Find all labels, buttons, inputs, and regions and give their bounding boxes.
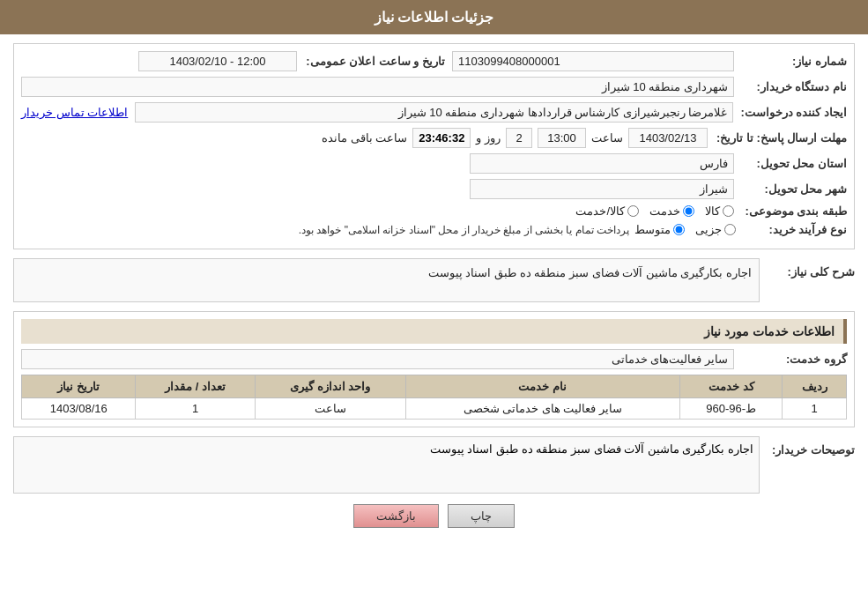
category-radio-kala-khedmat[interactable] [627, 205, 639, 217]
buyer-desc-section: توصیحات خریدار: [13, 436, 855, 494]
remaining-time-label: ساعت باقی مانده [322, 131, 407, 145]
category-label: طبقه بندی موضوعی: [741, 204, 847, 218]
category-radio-khedmat[interactable] [683, 205, 694, 217]
service-group-value: سایر فعالیت‌های خدماتی [21, 349, 734, 369]
table-cell: 1403/08/16 [22, 398, 136, 420]
buyer-desc-label: توصیحات خریدار: [767, 436, 855, 457]
response-time-value: 13:00 [538, 128, 586, 148]
need-number-value: 1103099408000001 [452, 51, 734, 71]
response-days-value: 2 [506, 128, 532, 148]
service-group-row: گروه خدمت: سایر فعالیت‌های خدماتی [21, 349, 847, 369]
creator-row: ایجاد کننده درخواست: غلامرضا رنجبرشیرازی… [21, 102, 847, 123]
response-deadline-row: مهلت ارسال پاسخ: تا تاریخ: 1403/02/13 سا… [21, 128, 847, 148]
time-row: 1403/02/13 ساعت 13:00 2 روز و 23:46:32 س… [21, 128, 708, 148]
col-row: ردیف [783, 375, 847, 398]
creator-label: ایجاد کننده درخواست: [740, 106, 847, 119]
category-option-kala-khedmat[interactable]: کالا/خدمت [575, 204, 639, 218]
process-motavaset-label: متوسط [634, 223, 671, 236]
need-desc-label: شرح کلی نیاز: [767, 258, 855, 279]
process-label: نوع فرآیند خرید: [741, 223, 847, 236]
city-label: شهر محل تحویل: [741, 182, 847, 196]
table-cell: ط-96-960 [679, 398, 782, 420]
process-jozi-label: جزیی [695, 223, 722, 236]
creator-value: غلامرضا رنجبرشیرازی کارشناس قراردادها شه… [135, 102, 733, 123]
page-header: جزئیات اطلاعات نیاز [0, 0, 868, 34]
process-note: پرداخت تمام یا بخشی از مبلغ خریدار از مح… [299, 224, 629, 236]
process-option-motavaset[interactable]: متوسط [634, 223, 685, 236]
response-days-label: روز و [476, 131, 501, 145]
category-option-kala[interactable]: کالا [705, 204, 734, 218]
main-form-section: شماره نیاز: 1103099408000001 تاریخ و ساع… [13, 43, 855, 249]
category-row: طبقه بندی موضوعی: کالا خدمت کالا/خدمت [21, 204, 847, 218]
buyer-org-label: نام دستگاه خریدار: [741, 80, 847, 93]
col-unit: واحد اندازه گیری [255, 375, 405, 398]
process-type-row: نوع فرآیند خرید: جزیی متوسط پرداخت تمام … [21, 223, 847, 236]
city-value: شیراز [470, 179, 734, 199]
print-button[interactable]: چاپ [448, 504, 515, 528]
category-khedmat-label: خدمت [649, 204, 680, 218]
category-radio-group: کالا خدمت کالا/خدمت [575, 204, 734, 218]
services-section: اطلاعات خدمات مورد نیاز گروه خدمت: سایر … [13, 311, 855, 427]
service-group-label: گروه خدمت: [741, 353, 847, 366]
need-desc-section: شرح کلی نیاز: اجاره بکارگیری ماشین آلات … [13, 258, 855, 302]
contact-link[interactable]: اطلاعات تماس خریدار [21, 106, 128, 119]
buttons-row: چاپ بازگشت [13, 504, 855, 528]
category-option-khedmat[interactable]: خدمت [649, 204, 694, 218]
province-value: فارس [470, 153, 734, 174]
need-desc-value: اجاره بکارگیری ماشین آلات فضای سبز منطقه… [13, 258, 760, 302]
table-cell: 1 [136, 398, 255, 420]
table-cell: سایر فعالیت های خدماتی شخصی [405, 398, 679, 420]
need-number-label: شماره نیاز: [741, 55, 847, 68]
col-date: تاریخ نیاز [22, 375, 136, 398]
page-title: جزئیات اطلاعات نیاز [375, 10, 494, 25]
process-option-jozi[interactable]: جزیی [695, 223, 736, 236]
response-deadline-label: مهلت ارسال پاسخ: تا تاریخ: [715, 131, 847, 145]
col-qty: تعداد / مقدار [136, 375, 255, 398]
table-row: 1ط-96-960سایر فعالیت های خدماتی شخصیساعت… [22, 398, 847, 420]
province-label: استان محل تحویل: [741, 157, 847, 170]
table-cell: 1 [783, 398, 847, 420]
col-name: نام خدمت [405, 375, 679, 398]
table-cell: ساعت [255, 398, 405, 420]
process-radio-jozi[interactable] [724, 224, 736, 235]
buyer-org-row: نام دستگاه خریدار: شهرداری منطقه 10 شیرا… [21, 77, 847, 97]
category-radio-kala[interactable] [723, 205, 734, 217]
remaining-time-value: 23:46:32 [412, 128, 471, 148]
process-radio-group: جزیی متوسط [634, 223, 736, 236]
buyer-desc-textarea[interactable] [13, 436, 760, 494]
announce-date-value: 1403/02/10 - 12:00 [138, 51, 297, 71]
need-number-row: شماره نیاز: 1103099408000001 تاریخ و ساع… [21, 51, 847, 71]
buyer-org-value: شهرداری منطقه 10 شیراز [21, 77, 734, 97]
services-section-title: اطلاعات خدمات مورد نیاز [21, 319, 847, 344]
response-date-value: 1403/02/13 [628, 128, 708, 148]
city-row: شهر محل تحویل: شیراز [21, 179, 847, 199]
category-kala-khedmat-label: کالا/خدمت [575, 204, 625, 218]
services-table: ردیف کد خدمت نام خدمت واحد اندازه گیری ت… [21, 375, 847, 420]
time-label: ساعت [591, 131, 623, 145]
back-button[interactable]: بازگشت [353, 504, 439, 528]
col-code: کد خدمت [679, 375, 782, 398]
province-row: استان محل تحویل: فارس [21, 153, 847, 174]
category-kala-label: کالا [705, 204, 720, 218]
process-radio-motavaset[interactable] [673, 224, 685, 235]
announce-date-label: تاریخ و ساعت اعلان عمومی: [304, 55, 445, 68]
